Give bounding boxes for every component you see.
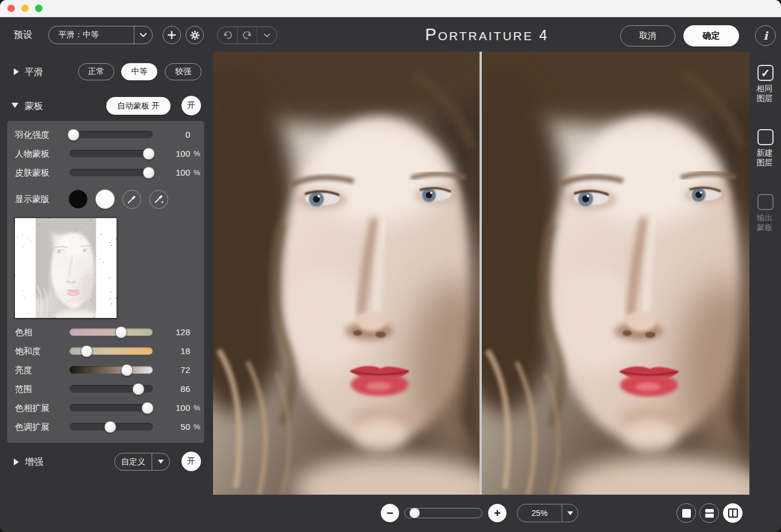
view-split-vertical-icon	[728, 508, 738, 518]
caret-down-icon[interactable]	[11, 103, 18, 108]
enhance-preset-value: 自定义	[115, 457, 152, 467]
preview-after-image[interactable]	[482, 52, 749, 495]
cancel-button-label: 取消	[639, 30, 656, 41]
slider-value: 18	[156, 341, 190, 360]
portraiture-window: 预设 平滑：中等	[0, 0, 781, 532]
slider-handle[interactable]	[142, 147, 154, 160]
option-label: 较强	[175, 67, 191, 77]
hue-expand-slider[interactable]	[69, 404, 153, 411]
ok-button[interactable]: 确定	[683, 25, 739, 46]
slider-value: 100	[156, 163, 190, 182]
slider-label: 亮度	[15, 360, 32, 379]
plus-icon	[168, 31, 176, 39]
zoom-level-dropdown[interactable]: 25%	[517, 504, 578, 522]
enhance-preset-dropdown[interactable]: 自定义	[114, 453, 170, 471]
slider-handle[interactable]	[81, 345, 93, 357]
slider-row: 色相扩展 100 %	[7, 398, 205, 417]
slider-unit: %	[194, 417, 205, 436]
mask-panel: 羽化强度 0 人物蒙板 100 % 皮肤蒙板 100 % 显示蒙版	[7, 121, 204, 443]
feather-strength-slider[interactable]	[69, 131, 153, 138]
view-single-icon	[682, 509, 691, 518]
option-label: 中等	[132, 67, 148, 77]
smoothing-option-normal[interactable]: 正常	[78, 63, 114, 80]
title-bar	[0, 0, 781, 17]
traffic-light-minimize[interactable]	[21, 5, 29, 12]
caret-right-icon[interactable]	[14, 459, 19, 465]
slider-label: 饱和度	[15, 341, 41, 360]
saturation-slider[interactable]	[69, 347, 153, 355]
luminance-slider[interactable]	[69, 366, 153, 374]
slider-handle[interactable]	[133, 383, 145, 395]
show-mask-label: 显示蒙版	[15, 189, 49, 209]
slider-handle[interactable]	[68, 129, 80, 141]
history-menu-button[interactable]	[257, 27, 277, 44]
slider-unit: %	[194, 144, 205, 163]
hue-slider[interactable]	[69, 328, 153, 336]
history-button-group	[217, 26, 277, 44]
range-slider[interactable]	[69, 385, 153, 393]
zoom-in-button[interactable]: +	[488, 504, 507, 522]
mask-power-button[interactable]: 开	[181, 96, 201, 115]
auto-mask-label: 自动蒙板 开	[117, 101, 160, 111]
caret-right-icon[interactable]	[14, 68, 19, 75]
preset-settings-button[interactable]	[185, 26, 204, 44]
auto-mask-button[interactable]: 自动蒙板 开	[106, 97, 171, 115]
slider-label: 色相扩展	[15, 398, 49, 417]
slider-row: 亮度 72	[7, 360, 205, 379]
person-mask-slider[interactable]	[69, 150, 153, 157]
traffic-light-close[interactable]	[7, 5, 15, 12]
app-title: PORTRAITURE4	[425, 25, 548, 44]
mask-view-white-swatch[interactable]	[95, 189, 115, 209]
section-title-mask: 蒙板	[25, 100, 43, 112]
label-line: 新建	[748, 148, 781, 158]
view-split-vertical-button[interactable]	[723, 503, 743, 523]
redo-button[interactable]	[237, 27, 257, 44]
info-icon: i	[763, 29, 767, 42]
preset-dropdown[interactable]: 平滑：中等	[48, 26, 153, 44]
zoom-slider[interactable]	[404, 508, 482, 518]
add-preset-button[interactable]	[163, 26, 181, 44]
plus-icon: +	[494, 507, 501, 520]
same-layer-checkbox[interactable]: ✓	[757, 65, 774, 81]
same-layer-label: 相同 图层	[748, 84, 781, 103]
slider-handle[interactable]	[115, 326, 127, 338]
chevron-down-icon	[134, 33, 152, 37]
slider-handle[interactable]	[142, 402, 154, 414]
mask-thumbnail[interactable]	[14, 218, 117, 319]
slider-handle[interactable]	[121, 364, 133, 376]
smoothing-option-medium[interactable]: 中等	[121, 63, 157, 80]
output-mask-checkbox[interactable]	[757, 194, 774, 210]
view-single-button[interactable]	[676, 503, 696, 523]
preview-area	[213, 52, 749, 495]
gear-icon	[190, 30, 200, 40]
info-button[interactable]: i	[755, 25, 776, 46]
cancel-button[interactable]: 取消	[620, 25, 675, 46]
app-title-initial: P	[425, 25, 438, 44]
tone-expand-slider[interactable]	[69, 423, 153, 430]
undo-button[interactable]	[218, 27, 237, 44]
zoom-out-button[interactable]: −	[381, 504, 399, 522]
preview-before-image[interactable]	[213, 52, 480, 495]
new-layer-checkbox[interactable]	[757, 129, 774, 145]
mask-view-black-swatch[interactable]	[68, 189, 88, 209]
traffic-light-zoom[interactable]	[35, 5, 42, 12]
zoom-slider-handle[interactable]	[409, 508, 420, 519]
ok-button-label: 确定	[703, 30, 720, 41]
enhance-power-button[interactable]: 开	[181, 452, 201, 471]
slider-value: 0	[156, 125, 190, 144]
label-line: 输出	[748, 213, 781, 223]
slider-value: 128	[156, 323, 190, 341]
slider-handle[interactable]	[142, 166, 154, 178]
eyedropper-button[interactable]	[122, 190, 141, 209]
view-split-horizontal-icon	[705, 509, 714, 518]
app-title-text: ORTRAITURE	[438, 29, 533, 43]
undo-icon	[222, 32, 233, 39]
slider-handle[interactable]	[105, 421, 117, 433]
skin-mask-slider[interactable]	[69, 169, 153, 176]
eyedropper-add-button[interactable]	[149, 190, 168, 209]
section-title-smoothing: 平滑	[25, 67, 43, 79]
view-split-horizontal-button[interactable]	[699, 503, 719, 523]
slider-unit: %	[194, 398, 205, 417]
slider-row: 色相 128	[7, 323, 205, 341]
smoothing-option-strong[interactable]: 较强	[165, 63, 202, 80]
